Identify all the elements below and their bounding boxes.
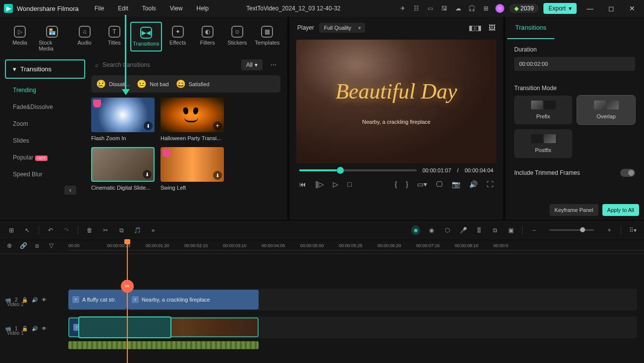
mode-postfix[interactable]: Postfix <box>514 129 572 158</box>
audio-mix-icon[interactable]: 🎛 <box>475 227 483 234</box>
cut-icon[interactable]: ✂ <box>101 227 110 234</box>
duration-input[interactable] <box>514 57 635 71</box>
track-lane-video1[interactable]: TBeautiful Da <box>68 316 637 338</box>
desktop-icon[interactable]: ▭ <box>426 4 435 13</box>
keyframe-panel-button[interactable]: Keyframe Panel <box>549 204 598 216</box>
headphones-icon[interactable]: 🎧 <box>468 4 477 13</box>
download-icon[interactable]: ⬇ <box>213 171 222 180</box>
credits-badge[interactable]: ◆2039 <box>509 4 539 13</box>
download-icon[interactable]: ⬇ <box>143 170 152 179</box>
minimize-button[interactable]: — <box>582 4 598 12</box>
mode-prefix[interactable]: Prefix <box>514 96 572 124</box>
more-options-button[interactable]: ⋯ <box>267 59 280 70</box>
tab-titles[interactable]: TTitles <box>101 22 128 50</box>
export-button[interactable]: Export▾ <box>543 3 577 14</box>
zoom-in-icon[interactable]: + <box>605 227 614 234</box>
search-input[interactable] <box>103 61 233 68</box>
menu-help[interactable]: Help <box>191 3 215 14</box>
delete-icon[interactable]: 🗑 <box>85 227 94 234</box>
menu-view[interactable]: View <box>164 3 189 14</box>
select-icon[interactable]: ↖ <box>23 227 32 234</box>
mark-in-icon[interactable]: { <box>395 180 397 188</box>
apps-icon[interactable]: ⊞ <box>482 4 490 13</box>
queue-icon[interactable]: ☷ <box>412 4 421 13</box>
transition-card[interactable]: ⬇ Cinematic Digital Slide... <box>91 147 155 191</box>
send-icon[interactable]: ✈ <box>398 4 407 13</box>
play-icon[interactable]: ▷ <box>333 180 338 188</box>
visibility-icon[interactable]: 👁 <box>42 326 47 331</box>
download-icon[interactable]: ⬇ <box>144 121 153 130</box>
cut-marker-icon[interactable]: ✂ <box>121 280 134 293</box>
marker-add-icon[interactable]: ▽ <box>47 242 55 249</box>
snapshot-preview-icon[interactable]: 🖼 <box>488 24 495 32</box>
collapse-sidebar-button[interactable]: ‹ <box>64 186 76 195</box>
crop-icon[interactable]: ⧉ <box>117 227 126 234</box>
tab-audio[interactable]: ♫Audio <box>71 22 99 50</box>
mute-icon[interactable]: 🔊 <box>32 326 38 331</box>
include-trimmed-toggle[interactable] <box>620 169 635 177</box>
audio-waveform[interactable] <box>68 341 259 349</box>
display-icon[interactable]: 🖵 <box>436 180 443 188</box>
ai-icon[interactable]: ☻ <box>411 225 420 235</box>
cat-trending[interactable]: Trending <box>5 82 85 99</box>
cloud-icon[interactable]: ☁ <box>454 4 463 13</box>
transition-clip-selected[interactable] <box>78 316 171 338</box>
magnet-icon[interactable]: ⧈ <box>33 242 42 249</box>
menu-tools[interactable]: Tools <box>136 3 162 14</box>
props-tab-transitions[interactable]: Transitions <box>507 17 554 39</box>
feedback-notbad[interactable]: 😐Not bad <box>137 79 169 89</box>
volume-icon[interactable]: 🔊 <box>469 180 478 188</box>
timeline-ruler[interactable]: ⊕ 🔗 ⧈ ▽ 00:0000:00:00:2500:00:01:2000:00… <box>0 240 644 254</box>
prev-frame-icon[interactable]: ⏮ <box>299 180 306 188</box>
shield-icon[interactable]: ⬡ <box>443 227 452 234</box>
favorite-icon[interactable] <box>93 100 101 107</box>
music-icon[interactable]: 🎵 <box>133 227 142 234</box>
maximize-button[interactable]: ◻ <box>603 4 619 12</box>
menu-edit[interactable]: Edit <box>112 3 134 14</box>
menu-file[interactable]: File <box>89 3 110 14</box>
tab-stock[interactable]: 🏪Stock Media <box>36 22 69 55</box>
snapshot-icon[interactable]: 📷 <box>452 180 460 188</box>
mode-overlap[interactable]: Overlap <box>577 96 635 124</box>
undo-icon[interactable]: ↶ <box>46 227 55 234</box>
group-icon[interactable]: ⧉ <box>490 227 499 234</box>
filter-dropdown[interactable]: All▾ <box>241 59 263 70</box>
apply-to-all-button[interactable]: Apply to All <box>602 204 639 216</box>
stop-icon[interactable]: □ <box>347 180 351 188</box>
mic-icon[interactable]: 🎤 <box>459 227 468 234</box>
zoom-out-icon[interactable]: − <box>530 227 538 234</box>
link-icon[interactable]: 🔗 <box>19 242 28 249</box>
tab-transitions[interactable]: ▶◀Transitions <box>130 22 162 52</box>
step-back-icon[interactable]: ‖▷ <box>315 180 324 188</box>
close-button[interactable]: ✕ <box>624 4 640 12</box>
add-track-icon[interactable]: ⊕ <box>5 242 14 249</box>
cat-fade[interactable]: Fade&Dissolve <box>5 99 85 115</box>
track-lane-video2[interactable]: TA fluffy cat str. TNearby, a crackling … <box>68 289 637 311</box>
feedback-satisfied[interactable]: 😄Satisfied <box>176 79 210 89</box>
mute-icon[interactable]: 🔊 <box>32 297 38 303</box>
tab-media[interactable]: ▷Media <box>6 22 34 50</box>
category-header[interactable]: ▾Transitions <box>5 59 85 79</box>
quality-dropdown[interactable]: Full Quality <box>319 23 365 33</box>
transition-card[interactable]: ⬇ Flash Zoom In <box>91 98 155 141</box>
cat-popular[interactable]: PopularHOT <box>5 149 85 166</box>
compare-icon[interactable]: ◧◨ <box>469 24 482 32</box>
tab-effects[interactable]: ✦Effects <box>164 22 192 50</box>
playhead[interactable] <box>127 240 128 363</box>
transition-card[interactable]: + Halloween Party Transi... <box>161 98 224 141</box>
ratio-icon[interactable]: ▭▾ <box>417 180 427 188</box>
tab-stickers[interactable]: ☺Stickers <box>223 22 251 50</box>
more-icon[interactable]: » <box>149 227 158 234</box>
add-icon[interactable]: + <box>213 121 222 130</box>
avatar-icon[interactable] <box>495 4 504 13</box>
subtitle-clip[interactable]: TNearby, a crackling fireplace <box>128 290 259 310</box>
cat-zoom[interactable]: Zoom <box>5 115 85 132</box>
layout-icon[interactable]: ⠿▾ <box>628 227 637 234</box>
redo-icon[interactable]: ↷ <box>62 227 71 234</box>
mark-out-icon[interactable]: } <box>406 180 408 188</box>
grid-icon[interactable]: ⊞ <box>7 227 16 234</box>
fullscreen-icon[interactable]: ⛶ <box>486 180 493 188</box>
transition-card[interactable]: ⬇ Swing Left <box>161 147 224 191</box>
tab-filters[interactable]: ◐Filters <box>194 22 221 50</box>
scrub-bar[interactable] <box>299 169 417 171</box>
